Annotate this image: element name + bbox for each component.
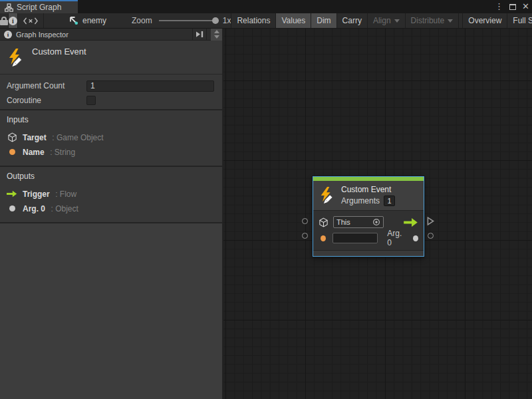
- target-dropdown-value: This: [336, 218, 372, 226]
- inputs-title: Inputs: [7, 115, 215, 124]
- window-controls: ⋮ ✕: [495, 0, 529, 13]
- node-input-flow-port[interactable]: [302, 218, 308, 224]
- values-label: Values: [281, 16, 305, 25]
- dock-panel-button[interactable]: [192, 29, 207, 41]
- code-brackets-icon: [23, 17, 38, 25]
- port-type: : Object: [51, 204, 78, 213]
- node-input-value-port[interactable]: [302, 233, 308, 239]
- inputs-section: Inputs Target : Game Object: [0, 110, 222, 167]
- port-name: Target: [23, 133, 47, 142]
- input-row-target: Target : Game Object: [7, 130, 215, 144]
- panel-scroll-spinner[interactable]: [211, 29, 222, 41]
- coroutine-row: Coroutine: [7, 93, 215, 108]
- values-button[interactable]: Values: [276, 13, 311, 28]
- scroll-down-icon[interactable]: [214, 35, 219, 39]
- zoom-slider[interactable]: [159, 16, 219, 25]
- port-type: : String: [50, 148, 75, 157]
- inspector-toggle-button[interactable]: i: [9, 13, 18, 28]
- full-screen-label: Full Screen: [513, 16, 532, 25]
- outputs-section: Outputs Trigger : Flow: [0, 167, 222, 223]
- unit-title: Custom Event: [32, 47, 86, 57]
- distribute-label: Distribute: [411, 16, 445, 25]
- lock-button[interactable]: [0, 13, 9, 28]
- zoom-slider-handle[interactable]: [212, 17, 219, 24]
- graph-toolbar: i enemy Zoom 1x: [0, 13, 532, 29]
- unit-header: Custom Event: [0, 41, 222, 74]
- name-input-field[interactable]: [332, 233, 378, 243]
- carry-label: Carry: [342, 16, 362, 25]
- close-icon[interactable]: ✕: [522, 0, 529, 13]
- graph-inspector-header: i Graph Inspector: [0, 29, 222, 41]
- node-body: This: [313, 211, 424, 250]
- script-graph-window: Script Graph ⋮ ✕ i: [0, 0, 532, 399]
- title-bar: Script Graph ⋮ ✕: [0, 0, 532, 13]
- breadcrumb[interactable]: enemy: [69, 13, 106, 28]
- lock-icon: [0, 17, 8, 25]
- arg0-label: Arg. 0: [387, 229, 406, 247]
- node-output-value-port[interactable]: [428, 233, 434, 239]
- custom-event-icon: [319, 187, 336, 204]
- port-type: : Flow: [55, 190, 76, 199]
- toolbar-button-group: Relations Values Dim Carry Align Distrib…: [231, 13, 532, 28]
- arguments-count-field[interactable]: 1: [384, 196, 395, 206]
- output-row-trigger: Trigger : Flow: [7, 186, 215, 201]
- graph-inspector-title: Graph Inspector: [16, 31, 188, 39]
- maximize-icon[interactable]: [509, 4, 516, 10]
- scroll-up-icon[interactable]: [214, 30, 219, 33]
- target-dropdown[interactable]: This: [333, 216, 384, 228]
- input-row-name: Name : String: [7, 144, 215, 159]
- distribute-button: Distribute: [406, 13, 460, 28]
- coroutine-checkbox[interactable]: [86, 96, 96, 105]
- node-title: Custom Event: [341, 185, 395, 194]
- script-graph-icon: [5, 3, 13, 12]
- flow-arrow-icon: [7, 190, 17, 198]
- main-area: i Graph Inspector: [0, 29, 532, 399]
- node-row-target: This: [319, 214, 418, 230]
- argument-count-row: Argument Count 1: [7, 78, 215, 93]
- graph-asset-icon: [69, 16, 78, 25]
- align-label: Align: [373, 16, 391, 25]
- object-picker-icon[interactable]: [372, 218, 380, 226]
- port-name: Trigger: [23, 190, 50, 199]
- port-name: Arg. 0: [23, 204, 45, 213]
- dropdown-caret-icon: [394, 19, 400, 23]
- node-output-flow-port[interactable]: [427, 217, 434, 225]
- port-name: Name: [23, 148, 45, 157]
- zoom-label: Zoom: [132, 16, 152, 25]
- dim-button[interactable]: Dim: [311, 13, 336, 28]
- game-object-cube-icon: [319, 217, 329, 227]
- overview-button[interactable]: Overview: [463, 13, 507, 28]
- carry-button[interactable]: Carry: [337, 13, 368, 28]
- trigger-flow-port[interactable]: [404, 218, 418, 227]
- dim-label: Dim: [317, 16, 331, 25]
- outputs-title: Outputs: [7, 172, 215, 181]
- full-screen-button[interactable]: Full Screen: [507, 13, 532, 28]
- string-port-icon: [9, 149, 15, 155]
- tab-script-graph[interactable]: Script Graph: [0, 0, 78, 13]
- edit-graph-button[interactable]: [18, 13, 44, 28]
- coroutine-label: Coroutine: [7, 96, 86, 105]
- dropdown-caret-icon: [448, 19, 453, 23]
- relations-button[interactable]: Relations: [231, 13, 276, 28]
- info-icon: i: [9, 17, 17, 25]
- graph-canvas[interactable]: Custom Event Arguments 1: [223, 29, 532, 399]
- argument-count-field[interactable]: 1: [86, 80, 214, 92]
- kebab-menu-icon[interactable]: ⋮: [495, 0, 503, 13]
- argument-count-label: Argument Count: [7, 81, 86, 90]
- graph-inspector-panel: i Graph Inspector: [0, 29, 223, 399]
- zoom-control: Zoom 1x: [132, 13, 231, 28]
- name-string-port[interactable]: [321, 235, 326, 241]
- overview-label: Overview: [468, 16, 501, 25]
- output-row-arg0: Arg. 0 : Object: [7, 201, 215, 215]
- custom-event-node[interactable]: Custom Event Arguments 1: [313, 176, 424, 257]
- node-header[interactable]: Custom Event Arguments 1: [313, 181, 424, 211]
- object-port-icon: [9, 205, 15, 211]
- relations-label: Relations: [237, 16, 270, 25]
- node-row-name: Arg. 0: [319, 230, 418, 246]
- node-footer: [313, 250, 424, 256]
- breadcrumb-label: enemy: [82, 16, 106, 25]
- custom-event-icon: [7, 49, 25, 67]
- arg0-object-port[interactable]: [413, 235, 418, 241]
- align-button: Align: [368, 13, 406, 28]
- arguments-label: Arguments: [341, 196, 380, 205]
